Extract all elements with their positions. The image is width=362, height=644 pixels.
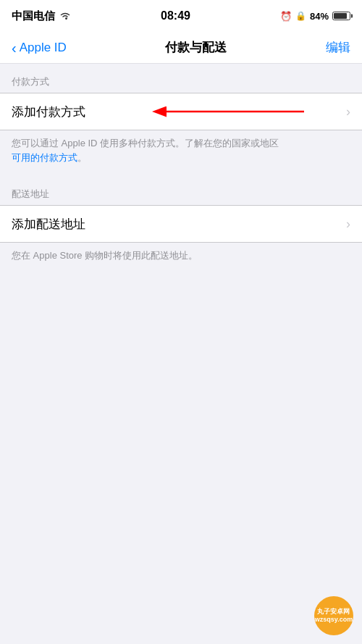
payment-desc-link[interactable]: 可用的付款方式: [12, 152, 77, 163]
add-payment-cell[interactable]: 添加付款方式 ›: [0, 93, 362, 130]
back-chevron-icon: ‹: [12, 41, 17, 55]
payment-desc-text: 您可以通过 Apple ID 使用多种付款方式。了解在您的国家或地区: [12, 138, 279, 149]
back-label: Apple ID: [20, 41, 67, 55]
status-left: 中国电信: [12, 9, 71, 23]
shipping-description: 您在 Apple Store 购物时将使用此配送地址。: [0, 243, 362, 275]
payment-list-group: 添加付款方式 ›: [0, 93, 362, 130]
page-title: 付款与配送: [165, 39, 227, 56]
battery-percent: 84%: [310, 11, 329, 22]
watermark-text: 丸子安卓网 wzsqsy.com: [315, 608, 353, 624]
page-container: 中国电信 08:49 ⏰ 🔒 84%: [0, 0, 362, 644]
shipping-chevron-icon: ›: [346, 217, 350, 232]
add-payment-label: 添加付款方式: [12, 104, 85, 120]
add-shipping-label: 添加配送地址: [12, 216, 85, 233]
add-shipping-cell[interactable]: 添加配送地址 ›: [0, 206, 362, 242]
battery-icon: [332, 12, 350, 20]
shipping-list-group: 添加配送地址 ›: [0, 205, 362, 243]
wifi-icon: [59, 10, 71, 22]
watermark: 丸子安卓网 wzsqsy.com: [314, 596, 353, 635]
lock-icon: 🔒: [295, 11, 306, 21]
shipping-desc-text: 您在 Apple Store 购物时将使用此配送地址。: [12, 250, 198, 261]
carrier-label: 中国电信: [12, 9, 55, 23]
status-bar: 中国电信 08:49 ⏰ 🔒 84%: [0, 0, 362, 32]
nav-bar: ‹ Apple ID 付款与配送 编辑: [0, 32, 362, 64]
payment-chevron-icon: ›: [346, 104, 350, 120]
status-right: ⏰ 🔒 84%: [280, 11, 350, 22]
shipping-section-header: 配送地址: [0, 176, 362, 205]
back-button[interactable]: ‹ Apple ID: [12, 41, 67, 55]
alarm-icon: ⏰: [280, 11, 292, 22]
payment-description: 您可以通过 Apple ID 使用多种付款方式。了解在您的国家或地区 可用的付款…: [0, 130, 362, 176]
edit-button[interactable]: 编辑: [326, 39, 350, 56]
payment-section-header: 付款方式: [0, 64, 362, 93]
status-time: 08:49: [161, 9, 190, 22]
payment-desc-suffix: 。: [77, 152, 87, 163]
